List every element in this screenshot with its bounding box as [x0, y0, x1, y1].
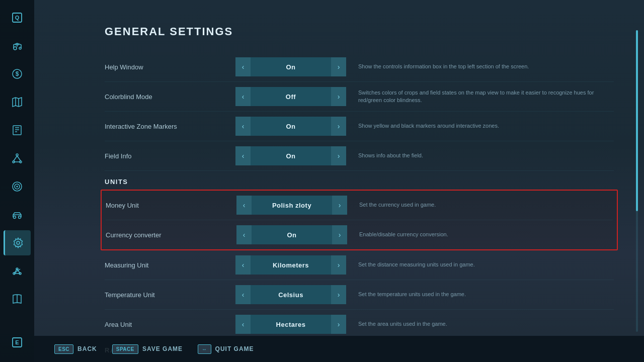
desc-help-window: Show the controls information box in the…: [346, 63, 614, 70]
next-btn-zone-markers[interactable]: ›: [331, 117, 346, 136]
next-btn-temperature-unit[interactable]: ›: [331, 285, 346, 304]
value-colorblind: Off: [251, 87, 331, 106]
setting-control-field-info: ‹ On ›: [235, 146, 346, 165]
desc-colorblind: Switches colors of crops and field state…: [346, 89, 614, 105]
highlight-group-currency: Money Unit ‹ Polish zloty › Set the curr…: [101, 190, 618, 250]
setting-label-currency-converter: Currency converter: [106, 231, 236, 239]
key-badge-arrows: ↔: [198, 344, 211, 354]
svg-line-11: [17, 156, 21, 161]
setting-control-zone-markers: ‹ On ›: [235, 117, 346, 136]
setting-label-zone-markers: Interactive Zone Markers: [105, 123, 235, 130]
sidebar-item-q[interactable]: Q: [4, 5, 31, 30]
page-title: GENERAL SETTINGS: [105, 25, 614, 38]
setting-label-help-window: Help Window: [105, 63, 235, 71]
desc-area-unit: Set the area units used in the game.: [346, 320, 614, 328]
setting-row-colorblind: Colorblind Mode ‹ Off › Switches colors …: [105, 82, 614, 112]
setting-row-zone-markers: Interactive Zone Markers ‹ On › Show yel…: [105, 112, 614, 141]
sidebar-item-logs[interactable]: [4, 118, 31, 143]
setting-control-currency-converter: ‹ On ›: [236, 225, 347, 244]
sidebar-item-tractor[interactable]: [4, 33, 31, 58]
key-badge-space: SPACE: [112, 344, 138, 354]
key-badge-esc: ESC: [54, 344, 73, 354]
sidebar-item-vehicle2[interactable]: [4, 202, 31, 227]
svg-point-2: [14, 47, 17, 50]
next-btn-colorblind[interactable]: ›: [331, 87, 346, 106]
setting-row-temperature-unit: Temperature Unit ‹ Celsius › Set the tem…: [105, 280, 614, 310]
next-btn-measuring-unit[interactable]: ›: [331, 255, 346, 275]
svg-point-18: [17, 241, 20, 244]
sidebar: Q $ E: [0, 0, 34, 362]
svg-text:$: $: [16, 70, 19, 77]
desc-currency-converter: Enable/disable currency conversion.: [347, 231, 613, 238]
value-measuring-unit: Kilometers: [251, 255, 331, 275]
prev-btn-help-window[interactable]: ‹: [235, 57, 251, 76]
next-btn-money-unit[interactable]: ›: [332, 196, 347, 215]
key-label-quit: QUIT GAME: [215, 345, 254, 352]
setting-row-help-window: Help Window ‹ On › Show the controls inf…: [105, 52, 614, 82]
value-currency-converter: On: [252, 225, 332, 244]
prev-btn-area-unit[interactable]: ‹: [235, 315, 251, 334]
desc-field-info: Shows info about the field.: [346, 152, 614, 159]
svg-point-17: [19, 216, 21, 219]
next-btn-currency-converter[interactable]: ›: [332, 225, 347, 244]
key-label-back: BACK: [77, 345, 97, 352]
prev-btn-measuring-unit[interactable]: ‹: [235, 255, 251, 275]
setting-label-measuring-unit: Measuring Unit: [105, 261, 235, 269]
key-group-save: SPACE SAVE GAME: [112, 344, 183, 354]
setting-row-field-info: Field Info ‹ On › Shows info about the f…: [105, 141, 614, 171]
desc-temperature-unit: Set the temperature units used in the ga…: [346, 291, 614, 298]
key-label-save: SAVE GAME: [142, 345, 183, 352]
setting-control-measuring-unit: ‹ Kilometers ›: [235, 255, 346, 275]
sidebar-item-farm[interactable]: [4, 258, 31, 284]
setting-label-field-info: Field Info: [105, 152, 235, 160]
desc-measuring-unit: Set the distance measuring units used in…: [346, 261, 614, 268]
desc-money-unit: Set the currency used in game.: [347, 201, 613, 209]
sidebar-item-e[interactable]: E: [4, 330, 31, 355]
prev-btn-zone-markers[interactable]: ‹: [235, 117, 251, 136]
prev-btn-colorblind[interactable]: ‹: [235, 87, 251, 106]
value-field-info: On: [251, 146, 331, 165]
svg-line-10: [14, 156, 17, 161]
value-zone-markers: On: [251, 117, 331, 136]
next-btn-area-unit[interactable]: ›: [331, 315, 346, 334]
desc-zone-markers: Show yellow and black markers around int…: [346, 122, 614, 130]
key-group-back: ESC BACK: [54, 344, 97, 354]
setting-control-area-unit: ‹ Hectares ›: [235, 315, 346, 334]
prev-btn-temperature-unit[interactable]: ‹: [235, 285, 251, 304]
sidebar-item-target[interactable]: [4, 174, 31, 199]
sidebar-item-book[interactable]: [4, 287, 31, 312]
svg-text:Q: Q: [15, 15, 20, 21]
value-temperature-unit: Celsius: [251, 285, 331, 304]
setting-row-currency-converter: Currency converter ‹ On › Enable/disable…: [106, 220, 613, 249]
settings-container: Help Window ‹ On › Show the controls inf…: [105, 52, 614, 358]
setting-row-area-unit: Area Unit ‹ Hectares › Set the area unit…: [105, 310, 614, 339]
bottom-bar: ESC BACK SPACE SAVE GAME ↔ QUIT GAME: [34, 336, 644, 362]
sidebar-item-settings[interactable]: [4, 230, 31, 255]
main-content: GENERAL SETTINGS Help Window ‹ On › Show…: [34, 0, 644, 362]
svg-point-15: [17, 186, 18, 187]
prev-btn-money-unit[interactable]: ‹: [236, 196, 252, 215]
setting-label-colorblind: Colorblind Mode: [105, 93, 235, 101]
next-btn-field-info[interactable]: ›: [331, 146, 346, 165]
setting-label-money-unit: Money Unit: [106, 202, 236, 209]
svg-point-7: [16, 154, 18, 156]
value-help-window: On: [251, 57, 331, 76]
sidebar-item-finance[interactable]: $: [4, 61, 31, 86]
sidebar-item-map[interactable]: [4, 89, 31, 115]
setting-control-colorblind: ‹ Off ›: [235, 87, 346, 106]
setting-control-temperature-unit: ‹ Celsius ›: [235, 285, 346, 304]
section-header-units: UNITS: [105, 171, 614, 190]
svg-point-16: [14, 216, 16, 219]
prev-btn-currency-converter[interactable]: ‹: [236, 225, 252, 244]
next-btn-help-window[interactable]: ›: [331, 57, 346, 76]
prev-btn-field-info[interactable]: ‹: [235, 146, 251, 165]
value-area-unit: Hectares: [251, 315, 331, 334]
setting-row-money-unit: Money Unit ‹ Polish zloty › Set the curr…: [106, 191, 613, 220]
svg-text:E: E: [15, 339, 19, 345]
setting-control-money-unit: ‹ Polish zloty ›: [236, 196, 347, 215]
svg-rect-6: [13, 126, 21, 135]
sidebar-item-network[interactable]: [4, 146, 31, 171]
key-group-quit: ↔ QUIT GAME: [198, 344, 254, 354]
value-money-unit: Polish zloty: [252, 196, 332, 215]
setting-row-measuring-unit: Measuring Unit ‹ Kilometers › Set the di…: [105, 250, 614, 280]
